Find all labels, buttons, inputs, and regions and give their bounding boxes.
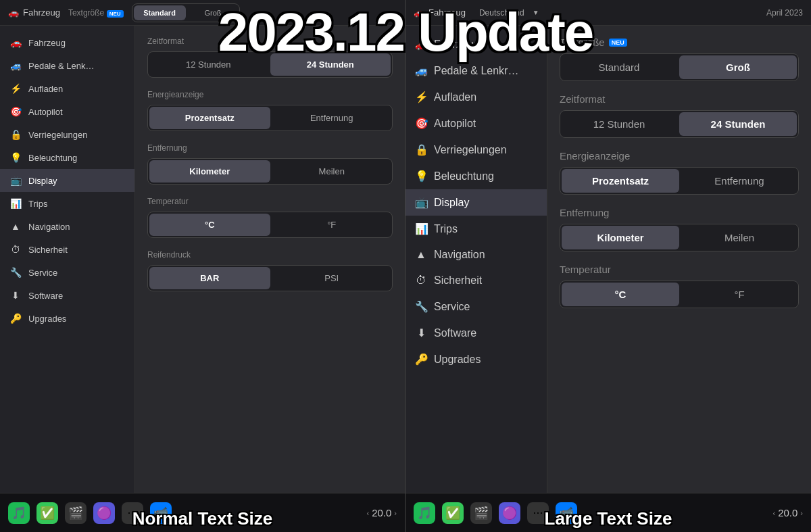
right-fahrenheit-btn[interactable]: °F <box>681 281 798 308</box>
camera-icon[interactable]: 📹 <box>150 502 172 524</box>
trips-icon: 📊 <box>415 222 427 235</box>
right-meilen-btn[interactable]: Meilen <box>681 224 798 251</box>
right-zeitformat-toggle: 12 Stunden 24 Stunden <box>560 110 799 138</box>
right-more-icon[interactable]: ··· <box>527 502 549 524</box>
sidebar-item-sicherheit[interactable]: ⏱ Sicherheit <box>0 238 134 261</box>
purple-icon[interactable]: 🟣 <box>93 502 115 524</box>
sidebar-label: Trips <box>434 223 458 235</box>
right-standard-btn[interactable]: Standard <box>560 54 678 80</box>
right-sidebar-item-autopilot[interactable]: 🎯 Autopilot <box>406 110 547 137</box>
sidebar-label: Navigation <box>434 249 485 261</box>
right-purple-icon[interactable]: 🟣 <box>499 502 520 524</box>
sidebar-item-trips[interactable]: 📊 Trips <box>0 192 134 215</box>
left-temperatur-toggle: °C °F <box>147 212 393 238</box>
right-sidebar-item-software[interactable]: ⬇ Software <box>406 320 547 346</box>
left-panel: 🚗 Fahrzeug Textgröße NEU Standard Groß 🚗… <box>0 0 406 532</box>
sidebar-item-beleuchtung[interactable]: 💡 Beleuchtung <box>0 146 134 169</box>
left-entfernung-btn[interactable]: Entfernung <box>272 105 393 130</box>
sidebar-item-navigation[interactable]: ▲ Navigation <box>0 215 134 238</box>
sidebar-label: Navigation <box>28 222 70 232</box>
right-12stunden-btn[interactable]: 12 Stunden <box>560 111 678 137</box>
right-sidebar-item-aufladen[interactable]: ⚡ Aufladen <box>406 84 547 110</box>
steering-icon: 🚙 <box>9 60 22 71</box>
right-camera-icon[interactable]: 📹 <box>556 502 577 524</box>
right-gross-btn[interactable]: Groß <box>679 55 797 79</box>
right-sidebar-item-navigation[interactable]: ▲ Navigation <box>406 242 547 268</box>
right-top-bar: 🚗 Fahrzeug Deutschland ▼ April 2023 <box>406 0 811 26</box>
sidebar-item-autopilot[interactable]: 🎯 Autopilot <box>0 100 134 123</box>
left-temperatur-section: Temperatur °C °F <box>147 197 393 238</box>
right-sidebar-item-verriegelungen[interactable]: 🔒 Verriegelungen <box>406 137 547 163</box>
car-icon: 🚗 <box>9 37 22 48</box>
right-temperatur-toggle: °C °F <box>560 281 799 308</box>
left-psi-btn[interactable]: PSI <box>272 266 393 291</box>
right-spotify-icon[interactable]: 🎵 <box>414 502 435 524</box>
sidebar-label: Software <box>434 327 476 339</box>
left-bottom-bar: 🎵 ✅ 🎬 🟣 ··· 📹 ‹ 20.0 › Normal Text Size <box>0 493 405 532</box>
video-icon[interactable]: 🎬 <box>65 502 87 524</box>
left-reifendruck-label: Reifendruck <box>147 250 393 260</box>
right-sidebar-item-trips[interactable]: 📊 Trips <box>406 216 547 242</box>
sidebar-label: Service <box>434 301 470 313</box>
left-textsize-badge: Textgröße NEU <box>68 8 124 18</box>
sidebar-label: Sicherheit <box>434 274 482 287</box>
sidebar-item-pedale[interactable]: 🚙 Pedale & Lenk… <box>0 54 134 77</box>
autopilot-icon: 🎯 <box>415 117 427 130</box>
left-reifendruck-section: Reifendruck BAR PSI <box>147 250 393 291</box>
right-sidebar-item-beleuchtung[interactable]: 💡 Beleuchtung <box>406 163 547 189</box>
right-panel: 🚗 Fahrzeug Deutschland ▼ April 2023 🚗 Fa… <box>406 0 811 532</box>
check-icon[interactable]: ✅ <box>36 502 58 524</box>
left-gross-btn[interactable]: Groß <box>187 4 239 22</box>
sidebar-item-display[interactable]: 📺 Display <box>0 169 134 192</box>
right-energie-section: Energieanzeige Prozentsatz Entfernung <box>560 150 799 195</box>
sidebar-item-aufladen[interactable]: ⚡ Aufladen <box>0 77 134 100</box>
left-12stunden-btn[interactable]: 12 Stunden <box>148 52 269 77</box>
right-kilometer-btn[interactable]: Kilometer <box>562 226 679 249</box>
left-size-label: Normal Text Size <box>0 508 405 532</box>
right-video-icon[interactable]: 🎬 <box>470 502 492 524</box>
sidebar-item-fahrzeug[interactable]: 🚗 Fahrzeug <box>0 31 134 54</box>
more-icon[interactable]: ··· <box>122 502 143 524</box>
sidebar-label: Pedale & Lenk… <box>28 61 95 71</box>
autopilot-icon: 🎯 <box>9 106 22 117</box>
left-24stunden-btn[interactable]: 24 Stunden <box>270 53 391 76</box>
left-standard-btn[interactable]: Standard <box>134 5 186 20</box>
right-energie-label: Energieanzeige <box>560 150 799 162</box>
left-meilen-btn[interactable]: Meilen <box>272 159 393 184</box>
right-main-settings: Textgröße NEU Standard Groß Zeitformat 1… <box>547 26 811 493</box>
sidebar-item-upgrades[interactable]: 🔑 Upgrades <box>0 307 134 330</box>
right-24stunden-btn[interactable]: 24 Stunden <box>679 112 797 136</box>
car-icon: 🚗 <box>414 7 424 18</box>
sidebar-label: Display <box>434 197 469 209</box>
right-entfernung-label: Entfernung <box>560 207 799 218</box>
sidebar-item-service[interactable]: 🔧 Service <box>0 261 134 284</box>
right-sidebar-item-display[interactable]: 📺 Display <box>406 189 547 216</box>
right-sidebar-item-sicherheit[interactable]: ⏱ Sicherheit <box>406 268 547 293</box>
right-entfernung-btn[interactable]: Entfernung <box>681 168 798 194</box>
sidebar-item-software[interactable]: ⬇ Software <box>0 284 134 307</box>
right-check-icon[interactable]: ✅ <box>442 502 464 524</box>
left-entfernung-toggle: Kilometer Meilen <box>147 158 393 185</box>
left-prozentsatz-btn[interactable]: Prozentsatz <box>149 107 270 129</box>
left-kilometer-btn[interactable]: Kilometer <box>149 160 270 183</box>
right-sidebar-item-fahrzeug[interactable]: 🚗 Fahrzeug <box>406 31 547 57</box>
panels-container: 🚗 Fahrzeug Textgröße NEU Standard Groß 🚗… <box>0 0 811 532</box>
right-celsius-btn[interactable]: °C <box>562 283 679 306</box>
right-sidebar-item-pedale[interactable]: 🚙 Pedale & Lenkr… <box>406 57 547 84</box>
left-celsius-btn[interactable]: °C <box>149 214 270 236</box>
sidebar-item-verriegelungen[interactable]: 🔒 Verriegelungen <box>0 123 134 146</box>
sidebar-label: Software <box>28 291 63 301</box>
left-fahrenheit-btn[interactable]: °F <box>272 212 393 237</box>
sidebar-label: Sicherheit <box>28 245 68 255</box>
right-prozentsatz-btn[interactable]: Prozentsatz <box>562 169 679 193</box>
right-sidebar-item-upgrades[interactable]: 🔑 Upgrades <box>406 346 547 372</box>
left-bar-btn[interactable]: BAR <box>149 267 270 289</box>
sidebar-label: Trips <box>28 199 47 209</box>
right-sidebar: 🚗 Fahrzeug 🚙 Pedale & Lenkr… ⚡ Aufladen … <box>406 26 547 493</box>
sidebar-label: Service <box>28 268 57 278</box>
spotify-icon[interactable]: 🎵 <box>8 502 30 524</box>
left-zeitformat-section: Zeitformat 12 Stunden 24 Stunden <box>147 37 393 78</box>
right-sidebar-item-service[interactable]: 🔧 Service <box>406 293 547 320</box>
right-entfernung-section: Entfernung Kilometer Meilen <box>560 207 799 251</box>
steering-icon: 🚙 <box>415 64 427 77</box>
